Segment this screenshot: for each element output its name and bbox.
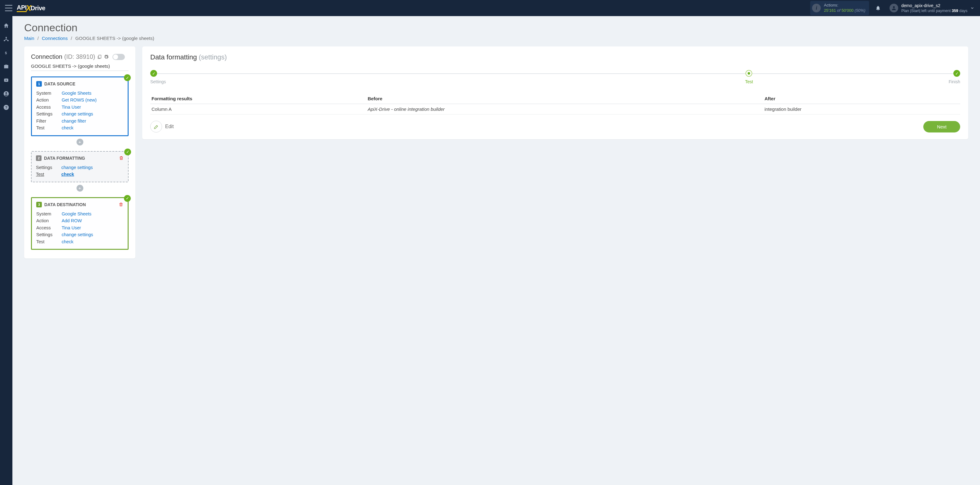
- connections-icon[interactable]: [3, 36, 10, 43]
- user-name: demo_apix-drive_s2: [901, 3, 967, 8]
- breadcrumb-main[interactable]: Main: [24, 36, 34, 41]
- help-icon[interactable]: ?: [3, 104, 10, 111]
- source-filter-link[interactable]: change filter: [62, 117, 86, 124]
- svg-text:?: ?: [5, 105, 8, 109]
- user-menu[interactable]: demo_apix-drive_s2 Plan |Start| left unt…: [889, 3, 970, 13]
- connection-id: (ID: 38910): [64, 53, 95, 60]
- col-formatting-results: Formatting results: [150, 94, 366, 104]
- notifications-button[interactable]: [875, 5, 887, 11]
- briefcase-icon[interactable]: [3, 63, 10, 70]
- main-panel: Data formatting (settings) ✓ Settings Te…: [142, 46, 968, 139]
- step-data-destination[interactable]: ✓ 3DATA DESTINATION SystemGoogle Sheets …: [31, 197, 129, 250]
- menu-toggle-button[interactable]: [5, 5, 13, 11]
- actions-total: 50'000: [842, 8, 854, 13]
- delete-step-button[interactable]: [119, 156, 124, 160]
- next-button[interactable]: Next: [923, 121, 960, 133]
- actions-counter[interactable]: i Actions: 25'161 of 50'000 (50%): [810, 1, 869, 15]
- col-before: Before: [366, 94, 764, 104]
- source-test-link[interactable]: check: [62, 124, 73, 131]
- breadcrumb-current: GOOGLE SHEETS -> (google sheets): [75, 36, 154, 41]
- copy-icon[interactable]: [97, 54, 102, 59]
- svg-point-0: [893, 6, 895, 8]
- svg-point-1: [6, 37, 7, 38]
- actions-used: 25'161: [824, 8, 836, 13]
- formatting-test-link[interactable]: check: [61, 171, 74, 178]
- page-title: Connection: [24, 22, 968, 34]
- add-step-button[interactable]: +: [76, 139, 83, 146]
- step-data-formatting[interactable]: ✓ 2DATA FORMATTING Settingschange settin…: [31, 151, 129, 182]
- source-action-link[interactable]: Get ROWS (new): [62, 97, 97, 103]
- table-row: Column A ApiX-Drive - online integration…: [150, 104, 960, 114]
- info-icon: i: [812, 4, 821, 13]
- connection-toggle[interactable]: [113, 54, 125, 60]
- sidebar: $ ?: [0, 16, 13, 264]
- edit-button[interactable]: Edit: [150, 121, 174, 133]
- panel-title: Data formatting: [150, 53, 197, 61]
- formatting-settings-link[interactable]: change settings: [61, 164, 93, 171]
- breadcrumb: Main / Connections / GOOGLE SHEETS -> (g…: [24, 36, 968, 41]
- results-table: Formatting results Before After Column A…: [150, 94, 960, 114]
- source-access-link[interactable]: Tina User: [62, 104, 81, 111]
- svg-rect-11: [99, 55, 101, 58]
- gear-icon[interactable]: [104, 54, 109, 59]
- step-finish-dot[interactable]: ✓: [953, 70, 960, 77]
- source-system-link[interactable]: Google Sheets: [62, 90, 91, 97]
- topbar: APIXDrive i Actions: 25'161 of 50'000 (5…: [0, 0, 980, 16]
- breadcrumb-connections[interactable]: Connections: [42, 36, 68, 41]
- step-data-source[interactable]: ✓ 1DATA SOURCE SystemGoogle Sheets Actio…: [31, 76, 129, 136]
- pencil-icon: [150, 121, 162, 133]
- source-settings-link[interactable]: change settings: [62, 111, 93, 117]
- step-test-dot[interactable]: [745, 70, 752, 77]
- dest-test-link[interactable]: check: [62, 238, 73, 245]
- panel-subtitle: (settings): [199, 53, 227, 61]
- home-icon[interactable]: [3, 22, 10, 29]
- actions-label: Actions:: [824, 3, 865, 8]
- billing-icon[interactable]: $: [3, 49, 10, 56]
- check-icon: ✓: [124, 195, 131, 202]
- step-settings-dot[interactable]: ✓: [150, 70, 157, 77]
- dest-access-link[interactable]: Tina User: [62, 224, 81, 231]
- connection-title: Connection: [31, 53, 62, 60]
- connection-subtitle: GOOGLE SHEETS -> (google sheets): [31, 63, 129, 71]
- youtube-icon[interactable]: [3, 77, 10, 84]
- connection-panel: Connection (ID: 38910) GOOGLE SHEETS -> …: [24, 46, 135, 258]
- delete-step-button[interactable]: [119, 202, 123, 207]
- dest-action-link[interactable]: Add ROW: [62, 217, 82, 224]
- svg-point-8: [6, 92, 7, 94]
- add-step-button[interactable]: +: [76, 185, 83, 192]
- check-icon: ✓: [124, 149, 131, 155]
- user-icon: [889, 4, 898, 13]
- profile-icon[interactable]: [3, 90, 10, 97]
- col-after: After: [763, 94, 960, 104]
- dest-system-link[interactable]: Google Sheets: [62, 211, 91, 217]
- logo[interactable]: APIXDrive: [17, 3, 45, 13]
- check-icon: ✓: [124, 74, 131, 81]
- dest-settings-link[interactable]: change settings: [62, 231, 93, 238]
- chevron-down-icon[interactable]: [970, 6, 974, 10]
- progress-stepper: ✓ Settings Test ✓ Finish: [150, 70, 960, 84]
- actions-percent: (50%): [854, 8, 865, 13]
- svg-text:$: $: [5, 51, 7, 55]
